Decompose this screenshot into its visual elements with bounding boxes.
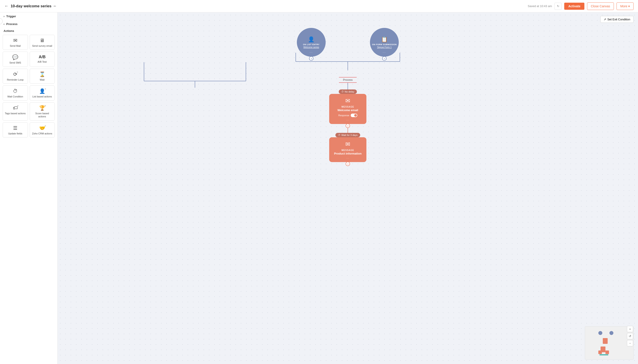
- connector-v-1: [348, 83, 348, 90]
- wait-condition-label: Wait Condition: [7, 95, 23, 98]
- list-based-label: List based actions: [32, 95, 52, 98]
- step2-delay-text: Wait for 3 days: [341, 134, 358, 136]
- zoom-reset-button[interactable]: ↺: [627, 333, 633, 339]
- tags-based-icon: 🏷 ≡: [13, 106, 18, 110]
- mini-teal-bar: [599, 354, 608, 355]
- mini-dot-trigger1: [598, 331, 602, 335]
- page-title: 10-day welcome series: [11, 4, 51, 8]
- step2-node[interactable]: ✉ MESSAGE Product information ··· ∨: [329, 137, 366, 162]
- trigger2-subtitle: Signup Form 1: [377, 46, 392, 48]
- response-toggle[interactable]: [351, 114, 357, 117]
- sidebar-item-zoho-crm[interactable]: 🤝 ≡ Zoho CRM actions: [30, 122, 55, 138]
- process-chevron: ‹: [4, 22, 5, 26]
- activate-button[interactable]: Activate: [564, 3, 584, 10]
- zoom-out-button[interactable]: −: [627, 340, 633, 346]
- header-left: ← 10-day welcome series ✏: [5, 4, 56, 8]
- canvas: ↗ Set Exit Condition 👤 ON LIST ENTRY: [58, 12, 638, 364]
- ab-test-icon: A/B: [39, 55, 46, 59]
- list-based-icon: 👤 ≡: [39, 89, 45, 94]
- step1-arrow[interactable]: ∨: [346, 124, 350, 128]
- update-fields-label: Update fields: [8, 132, 22, 135]
- saved-status: Saved at 10:43 am: [528, 4, 552, 8]
- trigger1-title: ON LIST ENTRY: [303, 44, 320, 46]
- step1-delay-text: No delay: [345, 90, 354, 93]
- mini-map: ✕: [585, 326, 633, 360]
- ab-test-label: A/B Test: [38, 60, 47, 63]
- sidebar-item-list-based-actions[interactable]: 👤 ≡ List based actions: [30, 86, 55, 100]
- step1-type: MESSAGE: [341, 106, 354, 108]
- trigger1-arrow[interactable]: ∨: [309, 56, 313, 61]
- zoom-in-button[interactable]: +: [627, 326, 633, 332]
- close-canvas-button[interactable]: Close Canvas: [587, 2, 614, 10]
- process-section: Process ⏱ No delay ✉ MESSAGE Welcome ema…: [281, 77, 414, 162]
- step2-dots: ···: [346, 157, 349, 160]
- step1-name: Welcome email: [337, 108, 358, 112]
- step1-delay-badge: ⏱ No delay: [339, 90, 357, 94]
- trigger-node-1[interactable]: 👤 ON LIST ENTRY Welcome series ··· ∨: [297, 28, 326, 57]
- trigger-label: Trigger: [6, 14, 16, 18]
- form-icon: 📋: [381, 36, 388, 42]
- clock-icon-1: ⏱: [341, 90, 344, 93]
- sidebar-item-wait-condition[interactable]: ⏱ Wait Condition: [3, 86, 28, 100]
- trigger2-title: ON FORM SUBMISSION: [372, 44, 397, 46]
- zoho-crm-label: Zoho CRM actions: [32, 132, 52, 135]
- more-button[interactable]: More ▾: [616, 2, 633, 10]
- sidebar-item-ab-test[interactable]: A/B A/B Test: [30, 52, 55, 67]
- trigger1-subtitle: Welcome series: [303, 46, 319, 48]
- zoom-controls: + ↺ −: [627, 326, 633, 346]
- send-sms-label: Send SMS: [9, 61, 21, 64]
- edit-icon[interactable]: ✏: [54, 4, 56, 8]
- sidebar-item-send-survey-email[interactable]: 🖥 Send survey email: [30, 35, 55, 50]
- sidebar-item-wait[interactable]: ⌛ Wait: [30, 69, 55, 84]
- sidebar-item-send-sms[interactable]: 💬 Send SMS: [3, 52, 28, 67]
- actions-label: Actions: [0, 28, 57, 35]
- sidebar: ‹ › Trigger ‹ Process Actions ✉ Send Mai…: [0, 12, 58, 364]
- sidebar-item-reminder-loop[interactable]: ⟳ ≡ Reminder Loop: [3, 69, 28, 84]
- update-fields-icon: ☰: [13, 126, 18, 131]
- tags-based-label: Tags based actions: [5, 112, 26, 115]
- step2-container: ⏱ Wait for 3 days ✉ MESSAGE Product info…: [329, 133, 366, 162]
- header-right: Saved at 10:43 am ↻ Activate Close Canva…: [528, 2, 633, 10]
- process-label: Process: [6, 22, 18, 26]
- step2-name: Product information: [334, 152, 362, 155]
- step1-node[interactable]: ✉ MESSAGE Welcome email Response ··· ∨: [329, 94, 366, 124]
- process-label: Process: [340, 78, 355, 82]
- sidebar-item-update-fields[interactable]: ☰ Update fields: [3, 122, 28, 138]
- refresh-button[interactable]: ↻: [554, 3, 561, 10]
- trigger2-dots: ···: [383, 51, 386, 54]
- score-based-icon: 🏆 ≡: [39, 106, 45, 110]
- header: ← 10-day welcome series ✏ Saved at 10:43…: [0, 0, 638, 12]
- wait-label: Wait: [40, 78, 45, 81]
- mail-icon: ✉: [13, 38, 17, 43]
- survey-icon: 🖥: [40, 38, 45, 43]
- sidebar-item-send-mail[interactable]: ✉ Send Mail: [3, 35, 28, 50]
- zoho-crm-icon: 🤝 ≡: [39, 126, 45, 131]
- sms-icon: 💬: [12, 55, 18, 60]
- step1-mail-icon: ✉: [345, 98, 350, 104]
- trigger-nodes-row: 👤 ON LIST ENTRY Welcome series ··· ∨ 📋 O…: [281, 28, 414, 57]
- exit-icon: ↗: [604, 18, 606, 21]
- sidebar-process-section[interactable]: ‹ Process: [0, 20, 57, 28]
- send-mail-label: Send Mail: [10, 44, 21, 48]
- trigger-to-process-svg: [281, 53, 414, 70]
- list-entry-icon: 👤: [308, 36, 315, 42]
- trigger-chevron: ›: [4, 14, 5, 18]
- trigger2-arrow[interactable]: ∨: [382, 56, 387, 61]
- step2-arrow[interactable]: ∨: [346, 162, 350, 166]
- trigger-node-2[interactable]: 📋 ON FORM SUBMISSION Signup Form 1 ··· ∨: [370, 28, 399, 57]
- step1-dots: ···: [346, 119, 349, 121]
- sidebar-item-score-based-actions[interactable]: 🏆 ≡ Score based actions: [30, 102, 55, 121]
- sidebar-item-tags-based-actions[interactable]: 🏷 ≡ Tags based actions: [3, 102, 28, 121]
- sidebar-trigger-section[interactable]: › Trigger: [0, 12, 57, 20]
- reminder-loop-label: Reminder Loop: [7, 78, 24, 81]
- mini-rect-b2: [605, 350, 609, 354]
- back-button[interactable]: ←: [5, 4, 9, 8]
- response-label: Response: [338, 114, 349, 117]
- trigger1-dots: ···: [310, 51, 313, 54]
- set-exit-condition-button[interactable]: ↗ Set Exit Condition: [600, 16, 633, 23]
- step1-response-row: Response: [338, 114, 357, 117]
- reminder-loop-icon: ⟳ ≡: [13, 72, 17, 77]
- step2-delay-badge: ⏱ Wait for 3 days: [335, 133, 360, 137]
- wait-icon: ⌛: [39, 72, 45, 77]
- mini-dot-trigger2: [609, 331, 613, 335]
